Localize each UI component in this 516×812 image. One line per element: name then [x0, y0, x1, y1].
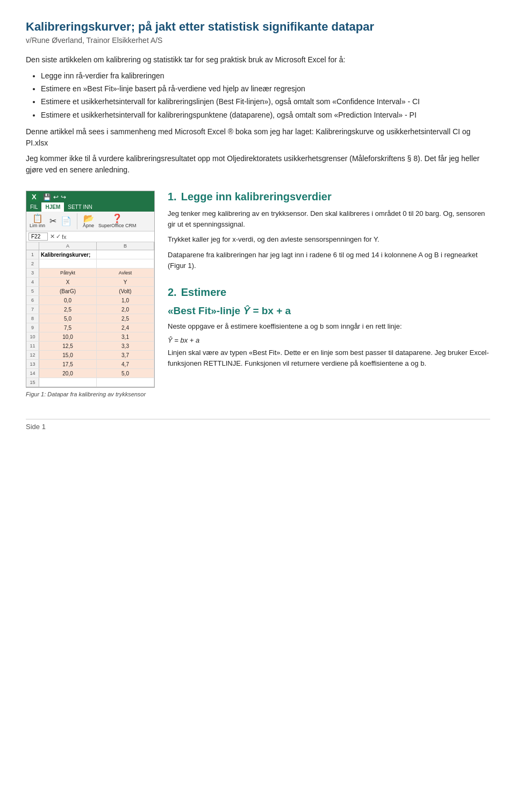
excel-data-row: 15	[26, 378, 154, 387]
cell-1-b[interactable]	[97, 250, 154, 259]
redo-icon[interactable]: ↪	[61, 193, 66, 201]
excel-data-row: 12 15,0 3,7	[26, 351, 154, 360]
cell-3-b[interactable]: Avlest	[97, 269, 154, 277]
formula-display: Ŷ = bx + a	[168, 336, 490, 344]
row-num-12: 12	[26, 351, 39, 359]
crm-icon: ❓	[112, 214, 123, 223]
formula-icons: ✕ ✓ fx	[50, 233, 67, 240]
bullet-item-1: Legge inn rå-verdier fra kalibreringen	[41, 70, 490, 82]
excel-formula-bar: ✕ ✓ fx	[26, 231, 154, 242]
row-num-15: 15	[26, 378, 39, 387]
copy-group[interactable]: 📄	[61, 217, 71, 226]
save-icon[interactable]: 💾	[43, 193, 51, 201]
cell-7-a[interactable]: 2,5	[39, 305, 97, 314]
cell-6-b[interactable]: 1,0	[97, 296, 154, 305]
section2-para2: Linjen skal være av typen «Best Fit». De…	[168, 347, 490, 369]
cell-10-b[interactable]: 3,1	[97, 332, 154, 341]
cell-9-b[interactable]: 2,4	[97, 323, 154, 332]
page-footer: Side 1	[26, 419, 490, 431]
excel-data-row: 7 2,5 2,0	[26, 305, 154, 314]
context-paragraph-1: Denne artikkel må sees i sammenheng med …	[26, 126, 490, 149]
cell-6-a[interactable]: 0,0	[39, 296, 97, 305]
toolbar-divider	[77, 213, 77, 229]
figure-caption: Figur 1: Datapar fra kalibrering av tryk…	[26, 391, 155, 397]
paste-label: Lim inn	[30, 223, 45, 228]
cell-12-b[interactable]: 3,7	[97, 351, 154, 359]
context-paragraph-2: Jeg kommer ikke til å vurdere kalibrerin…	[26, 153, 490, 176]
row-num-13: 13	[26, 360, 39, 368]
section2-title: Estimere	[181, 286, 227, 299]
cell-reference-input[interactable]	[28, 233, 48, 241]
cell-8-b[interactable]: 2,5	[97, 314, 154, 323]
bullet-item-2: Estimere en »Best Fit»-linje basert på r…	[41, 83, 490, 95]
excel-data-row: 1 Kalibreringskurver;	[26, 250, 154, 259]
right-column: 1. Legge inn kalibreringsverdier Jeg ten…	[168, 191, 490, 397]
best-fit-subtitle: «Best Fit»-linje Ŷ = bx + a	[168, 305, 291, 316]
row-num-11: 11	[26, 342, 39, 350]
row-num-1: 1	[26, 250, 39, 259]
section1-para1: Jeg tenker meg kalibrering av en trykkse…	[168, 208, 490, 230]
superoffice-group[interactable]: ❓ SuperOffice CRM	[98, 214, 136, 228]
cell-9-a[interactable]: 7,5	[39, 323, 97, 332]
cell-7-b[interactable]: 2,0	[97, 305, 154, 314]
page-title: Kalibreringskurver; på jakt etter statis…	[26, 19, 490, 35]
tab-fil[interactable]: FIL	[26, 202, 41, 212]
cell-8-a[interactable]: 5,0	[39, 314, 97, 323]
cell-3-a[interactable]: Påtrykt	[39, 269, 97, 277]
excel-data-row: 13 17,5 4,7	[26, 360, 154, 369]
col-header-a[interactable]: A	[39, 242, 97, 250]
paste-icon: 📋	[32, 214, 43, 223]
section2-block: 2. Estimere «Best Fit»-linje Ŷ = bx + a …	[168, 286, 490, 369]
col-header-b[interactable]: B	[97, 242, 154, 250]
row-num-8: 8	[26, 314, 39, 323]
cell-13-a[interactable]: 17,5	[39, 360, 97, 368]
cancel-formula-icon[interactable]: ✕	[50, 233, 55, 240]
cell-10-a[interactable]: 10,0	[39, 332, 97, 341]
left-column: X 💾 ↩ ↪ FIL HJEM SETT INN 📋 Lim inn	[26, 191, 155, 397]
tab-hjem[interactable]: HJEM	[41, 202, 64, 212]
section2-para1: Neste oppgave er å estimere koeffisiente…	[168, 321, 490, 332]
page-subtitle: v/Rune Øverland, Trainor Elsikkerhet A/S	[26, 36, 490, 45]
open-group[interactable]: 📂 Åpne	[83, 214, 94, 228]
confirm-formula-icon[interactable]: ✓	[56, 233, 61, 240]
excel-toolbar: 📋 Lim inn ✂ 📄 📂 Åpne ❓ SuperOffice CRM	[26, 212, 154, 231]
excel-data-row: 10 10,0 3,1	[26, 332, 154, 342]
excel-grid: A B 1 Kalibreringskurver; 2 3	[26, 242, 154, 387]
cell-4-a[interactable]: X	[39, 278, 97, 286]
cell-1-a[interactable]: Kalibreringskurver;	[39, 250, 97, 259]
undo-icon[interactable]: ↩	[53, 193, 59, 201]
excel-screenshot: X 💾 ↩ ↪ FIL HJEM SETT INN 📋 Lim inn	[26, 191, 155, 388]
cell-11-a[interactable]: 12,5	[39, 342, 97, 350]
cell-5-a[interactable]: (BarG)	[39, 287, 97, 295]
cell-15-b[interactable]	[97, 378, 154, 387]
cell-14-a[interactable]: 20,0	[39, 369, 97, 378]
section1-para3: Dataparene fra kalibreringen har jeg lag…	[168, 250, 490, 271]
cell-13-b[interactable]: 4,7	[97, 360, 154, 368]
excel-data-row: 5 (BarG) (Volt)	[26, 287, 154, 296]
excel-quick-access: 💾 ↩ ↪	[43, 193, 66, 201]
insert-function-icon[interactable]: fx	[62, 234, 67, 240]
cell-2-b[interactable]	[97, 259, 154, 268]
cell-4-b[interactable]: Y	[97, 278, 154, 286]
cell-15-a[interactable]	[39, 378, 97, 387]
cell-14-b[interactable]: 5,0	[97, 369, 154, 378]
excel-data-row: 4 X Y	[26, 278, 154, 287]
corner-cell	[26, 242, 39, 250]
tab-sett-inn[interactable]: SETT INN	[64, 202, 96, 212]
cell-5-b[interactable]: (Volt)	[97, 287, 154, 295]
excel-data-row: 11 12,5 3,3	[26, 342, 154, 351]
bullet-item-4: Estimere et usikkerhetsintervall for kal…	[41, 109, 490, 121]
excel-data-row: 9 7,5 2,4	[26, 323, 154, 332]
cell-2-a[interactable]	[39, 259, 97, 268]
paste-group[interactable]: 📋 Lim inn	[30, 214, 45, 228]
bullet-item-3: Estimere et usikkerhetsintervall for kal…	[41, 96, 490, 107]
section1-number: 1.	[168, 191, 177, 203]
cut-group[interactable]: ✂	[49, 217, 56, 226]
cell-11-b[interactable]: 3,3	[97, 342, 154, 350]
best-fit-heading: «Best Fit»-linje Ŷ = bx + a	[168, 305, 490, 317]
cell-12-a[interactable]: 15,0	[39, 351, 97, 359]
superoffice-label: SuperOffice CRM	[98, 223, 136, 228]
section1-heading-block: 1. Legge inn kalibreringsverdier	[168, 191, 490, 206]
row-num-7: 7	[26, 305, 39, 314]
row-num-3: 3	[26, 269, 39, 277]
